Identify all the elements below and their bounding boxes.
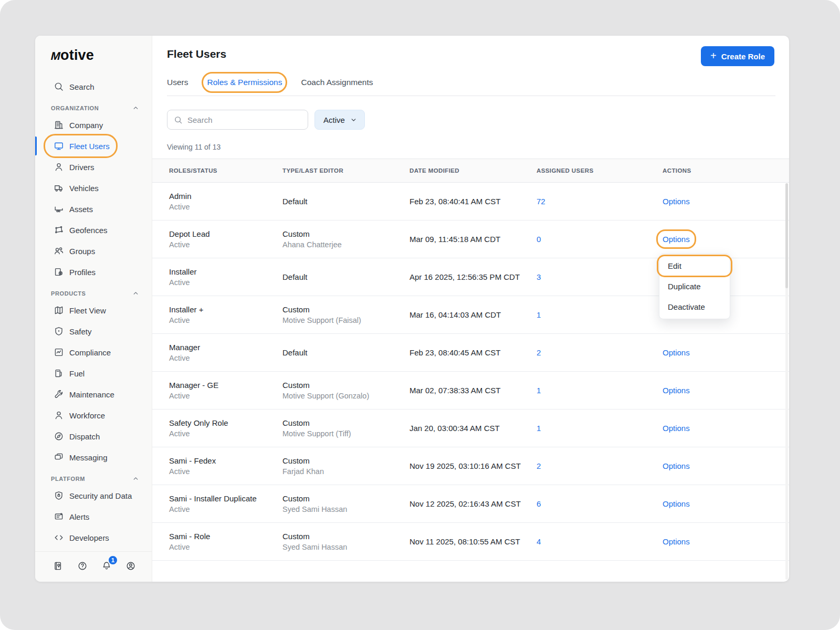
chevron-down-icon	[350, 117, 357, 123]
groups-icon	[53, 245, 65, 257]
options-link[interactable]: Options	[663, 386, 690, 395]
date-modified-cell: Feb 23, 08:40:45 AM CST	[410, 348, 537, 357]
sidebar-item-drivers[interactable]: Drivers	[35, 156, 152, 177]
options-link[interactable]: Options	[663, 537, 690, 546]
chevron-up-icon	[132, 290, 139, 297]
assigned-users-link[interactable]: 1	[537, 424, 541, 433]
account-icon[interactable]	[124, 560, 137, 572]
notifications-icon[interactable]: 1	[100, 560, 113, 572]
sidebar-item-fleet-view[interactable]: Fleet View	[35, 300, 152, 321]
sidebar-item-dispatch[interactable]: Dispatch	[35, 426, 152, 447]
sidebar-item-vehicles[interactable]: Vehicles	[35, 177, 152, 198]
directory-icon[interactable]	[52, 560, 65, 572]
sidebar-item-maintenance[interactable]: Maintenance	[35, 384, 152, 405]
sidebar-item-search[interactable]: Search	[35, 76, 152, 97]
type-cell: Default	[282, 272, 410, 281]
options-context-menu: Edit Duplicate Deactivate	[659, 254, 730, 319]
options-link[interactable]: Options	[663, 235, 690, 244]
assigned-users-cell: 4	[537, 537, 663, 546]
type-cell: Custom Syed Sami Hassan	[282, 532, 410, 551]
assigned-users-link[interactable]: 72	[537, 197, 545, 206]
role-status: Active	[169, 316, 267, 324]
assigned-users-link[interactable]: 2	[537, 348, 541, 357]
chevron-up-icon	[132, 475, 139, 482]
sidebar-footer: 1	[35, 551, 152, 582]
options-link[interactable]: Options	[663, 424, 690, 433]
assigned-users-link[interactable]: 2	[537, 461, 541, 470]
sidebar-item-safety[interactable]: Safety	[35, 321, 152, 342]
options-link[interactable]: Options	[663, 197, 690, 206]
role-status: Active	[169, 240, 267, 249]
assigned-users-cell: 72	[537, 197, 663, 206]
actions-cell: Options Edit Duplicate Deactivate	[663, 235, 789, 244]
role-name: Depot Lead	[169, 229, 267, 238]
role-cell: Depot Lead Active	[152, 229, 282, 249]
sidebar-item-assets[interactable]: Assets	[35, 198, 152, 219]
menu-item-edit[interactable]: Edit	[659, 256, 730, 276]
sidebar-item-label: Drivers	[69, 163, 94, 172]
trailer-icon	[53, 203, 65, 215]
type-cell: Custom Motive Support (Faisal)	[282, 305, 410, 324]
status-filter-dropdown[interactable]: Active	[314, 110, 365, 130]
role-name: Manager - GE	[169, 381, 267, 390]
sidebar-item-fuel[interactable]: Fuel	[35, 363, 152, 384]
help-icon[interactable]	[76, 560, 89, 572]
assigned-users-link[interactable]: 1	[537, 386, 541, 395]
last-editor: Ahana Chatterjee	[282, 240, 394, 249]
date-modified-cell: Jan 20, 03:00:34 AM CST	[410, 424, 537, 433]
sidebar-item-geofences[interactable]: Geofences	[35, 219, 152, 240]
sidebar-item-label: Compliance	[69, 348, 111, 357]
create-role-button[interactable]: + Create Role	[701, 46, 774, 66]
tab-roles-permissions[interactable]: Roles & Permissions	[207, 78, 282, 87]
section-header-platform[interactable]: PLATFORM	[35, 468, 152, 485]
table-row: Manager Active Default Feb 23, 08:40:45 …	[152, 334, 789, 372]
chat-icon	[53, 452, 65, 463]
sidebar-nav: Search ORGANIZATION Company Fleet Users …	[35, 76, 152, 551]
date-modified-cell: Mar 02, 07:38:33 AM CST	[410, 386, 537, 395]
sidebar-item-messaging[interactable]: Messaging	[35, 447, 152, 468]
assigned-users-link[interactable]: 1	[537, 310, 541, 319]
role-type: Custom	[282, 532, 394, 541]
filter-bar: Active	[167, 110, 774, 130]
options-link[interactable]: Options	[663, 348, 690, 357]
menu-item-deactivate[interactable]: Deactivate	[659, 297, 730, 317]
search-input-box[interactable]	[167, 110, 308, 130]
assigned-users-link[interactable]: 0	[537, 235, 541, 244]
role-cell: Safety Only Role Active	[152, 418, 282, 438]
tab-label: Users	[167, 78, 188, 87]
table-scrollbar[interactable]	[785, 183, 788, 580]
section-header-organization[interactable]: ORGANIZATION	[35, 97, 152, 114]
tab-users[interactable]: Users	[167, 78, 188, 87]
assigned-users-link[interactable]: 3	[537, 272, 541, 281]
options-link[interactable]: Options	[663, 499, 690, 508]
sidebar-item-groups[interactable]: Groups	[35, 240, 152, 261]
sidebar-item-fleet-users[interactable]: Fleet Users	[35, 135, 152, 156]
tab-coach-assignments[interactable]: Coach Assignments	[301, 78, 373, 87]
date-modified-cell: Mar 09, 11:45:18 AM CDT	[410, 235, 537, 244]
person-icon	[53, 410, 65, 421]
role-name: Installer	[169, 267, 267, 276]
sidebar-item-compliance[interactable]: Compliance	[35, 342, 152, 363]
role-name: Admin	[169, 192, 267, 201]
column-header-date-modified: DATE MODIFIED	[410, 167, 537, 174]
status-filter-value: Active	[323, 116, 345, 124]
sidebar-item-profiles[interactable]: Profiles	[35, 261, 152, 282]
sidebar-item-company[interactable]: Company	[35, 114, 152, 135]
sidebar-item-alerts[interactable]: Alerts	[35, 506, 152, 527]
sidebar-item-label: Company	[69, 121, 103, 130]
sidebar-item-security-and-data[interactable]: Security and Data	[35, 485, 152, 506]
table-row: Sami - Installer Duplicate Active Custom…	[152, 485, 789, 523]
assigned-users-link[interactable]: 6	[537, 499, 541, 508]
options-link[interactable]: Options	[663, 461, 690, 470]
role-status: Active	[169, 354, 267, 362]
table-row: Depot Lead Active Custom Ahana Chatterje…	[152, 220, 789, 258]
sidebar-item-workforce[interactable]: Workforce	[35, 405, 152, 426]
section-header-products[interactable]: PRODUCTS	[35, 282, 152, 300]
sidebar-item-developers[interactable]: Developers	[35, 527, 152, 548]
role-cell: Sami - Role Active	[152, 532, 282, 551]
assigned-users-link[interactable]: 4	[537, 537, 541, 546]
menu-item-duplicate[interactable]: Duplicate	[659, 276, 730, 297]
search-input[interactable]	[187, 116, 301, 124]
sidebar-item-label: Fleet Users	[69, 142, 110, 151]
scrollbar-thumb[interactable]	[785, 183, 788, 288]
